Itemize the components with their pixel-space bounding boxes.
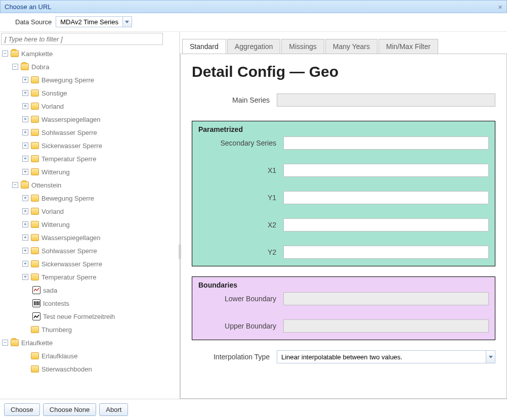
input-upper-boundary[interactable] [283,319,489,333]
chevron-down-icon[interactable] [486,351,495,363]
bars-icon [32,299,40,307]
expand-icon[interactable]: + [22,248,28,254]
tree-node[interactable]: Erlaufklause [0,349,179,362]
folder-open-icon [11,50,19,57]
collapse-icon[interactable]: − [2,51,8,57]
expand-icon[interactable]: + [22,90,28,96]
tab-missings[interactable]: Missings [281,39,324,54]
field-input[interactable] [283,164,489,177]
tab-aggregation[interactable]: Aggregation [227,39,281,54]
tree-node[interactable]: + Sickerwasser Sperre [0,139,179,152]
expand-icon[interactable]: + [22,274,28,280]
legend-parametrized: Parametrized [198,125,489,133]
input-lower-boundary[interactable] [283,292,489,305]
collapse-icon[interactable]: − [2,340,8,346]
expand-icon[interactable]: + [22,169,28,175]
tree-label: sada [43,287,57,294]
tree-label: Sickerwasser Sperre [41,260,102,268]
tab-many-years[interactable]: Many Years [325,39,377,54]
field-label: Y1 [198,194,283,202]
field-label: Y2 [198,248,283,256]
tree-node[interactable]: + Witterung [0,165,179,178]
chart-black-icon [32,312,40,320]
detail-panel: StandardAggregationMissingsMany YearsMin… [180,32,507,399]
expand-icon[interactable]: + [22,77,28,83]
tree-node[interactable]: + Vorland [0,205,179,218]
choose-button[interactable]: Choose [4,403,40,416]
collapse-icon[interactable]: − [12,64,18,70]
field-input[interactable] [283,136,489,150]
tree-leaf[interactable]: Test neue Formelzeitreih [0,310,179,323]
expand-icon[interactable]: + [22,208,28,214]
tree-node[interactable]: + Bewegung Sperre [0,73,179,86]
expand-icon[interactable]: + [22,129,28,135]
tree-node[interactable]: + Bewegung Sperre [0,192,179,205]
expand-icon[interactable]: + [22,261,28,267]
tree-node-thurnberg[interactable]: Thurnberg [0,323,179,336]
tree-node[interactable]: + Vorland [0,100,179,113]
tree-node-ottenstein[interactable]: − Ottenstein [0,178,179,192]
abort-button[interactable]: Abort [99,403,128,416]
label-main-series: Main Series [192,96,277,104]
tree-node[interactable]: + Sohlwasser Sperre [0,126,179,139]
tree-node[interactable]: + Wasserspiegellagen [0,231,179,244]
folder-icon [31,76,39,83]
row-main-series: Main Series [192,94,495,107]
tree-node[interactable]: + Temperatur Sperre [0,152,179,165]
expand-icon[interactable]: + [22,143,28,149]
tree-node[interactable]: + Wasserspiegellagen [0,113,179,126]
folder-open-icon [21,181,29,189]
expand-icon[interactable]: + [22,221,28,227]
tree-label: Sohlwasser Sperre [41,247,97,255]
datasource-value: MDAv2 Time Series [56,18,122,26]
tree-node[interactable]: + Sickerwasser Sperre [0,257,179,270]
datasource-combo[interactable]: MDAv2 Time Series [56,16,132,27]
tree-node[interactable]: Stierwaschboden [0,362,179,376]
chart-red-icon [32,286,40,294]
row-y1: Y1 [198,191,489,204]
tree-leaf[interactable]: Icontests [0,297,179,310]
expand-icon[interactable]: + [22,156,28,162]
close-icon[interactable]: × [498,3,502,11]
expand-icon[interactable]: + [22,195,28,201]
tab-standard[interactable]: Standard [182,39,226,54]
tree-node[interactable]: + Witterung [0,218,179,231]
tree-label: Ottenstein [31,181,61,189]
tree-node[interactable]: + Temperatur Sperre [0,270,179,284]
interpolation-combo[interactable]: Linear interpolatable between two values… [277,350,495,363]
row-interpolation: Interpolation Type Linear interpolatable… [192,350,495,363]
expand-icon[interactable]: + [22,116,28,122]
folder-icon [31,129,39,136]
folder-open-icon [21,63,29,70]
chevron-down-icon[interactable] [122,17,132,27]
row-x2: X2 [198,218,489,231]
field-input[interactable] [283,218,489,231]
folder-icon [31,326,39,333]
tree-node-kampkette[interactable]: − Kampkette [0,47,179,60]
field-label: X2 [198,221,283,229]
label-interpolation: Interpolation Type [192,353,277,361]
tab-min-max-filter[interactable]: Min/Max Filter [378,39,438,54]
expand-icon[interactable]: + [22,103,28,109]
tree-node[interactable]: + Sohlwasser Sperre [0,244,179,257]
choose-none-button[interactable]: Choose None [43,403,97,416]
collapse-icon[interactable]: − [12,182,18,188]
tree-node-erlaufkette[interactable]: − Erlaufkette [0,336,179,349]
tree-label: Sohlwasser Sperre [41,129,97,136]
tree-node[interactable]: + Sonstige [0,86,179,100]
tree-label: Sonstige [41,89,67,97]
splitter-handle[interactable] [180,32,180,399]
tree-filter [1,33,177,45]
field-input[interactable] [283,191,489,204]
tree-label: Witterung [41,221,70,228]
dialog-footer: Choose Choose None Abort [0,399,507,420]
filter-input[interactable] [1,33,163,45]
tree-node-dobra[interactable]: − Dobra [0,60,179,73]
tree-leaf[interactable]: sada [0,284,179,297]
field-input[interactable] [283,246,489,259]
expand-icon[interactable]: + [22,235,28,241]
tree-label: Wasserspiegellagen [41,234,101,242]
tree-label: Temperatur Sperre [41,155,96,163]
input-main-series[interactable] [277,94,495,107]
folder-icon [31,208,39,215]
